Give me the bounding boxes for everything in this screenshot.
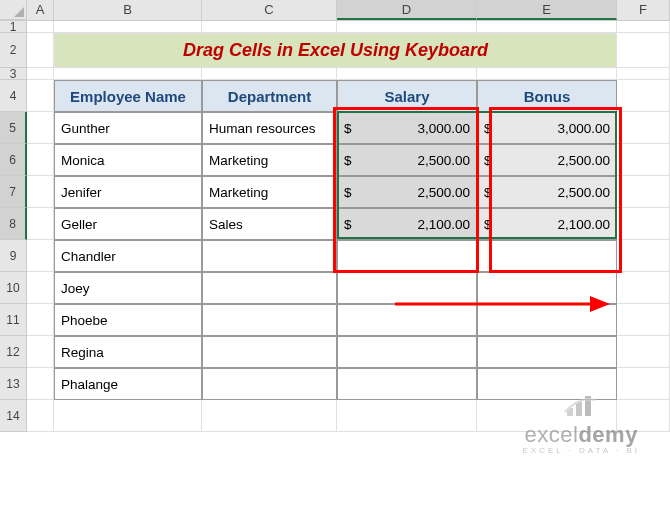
row-header-10[interactable]: 10 (0, 272, 27, 304)
cell-B1[interactable] (54, 21, 202, 33)
cell-F14[interactable] (617, 400, 670, 432)
cell-A12[interactable] (27, 336, 54, 368)
row-header-7[interactable]: 7 (0, 176, 27, 208)
cell-A14[interactable] (27, 400, 54, 432)
cell-name[interactable]: Phoebe (54, 304, 202, 336)
cell-name[interactable]: Gunther (54, 112, 202, 144)
cell-F7[interactable] (617, 176, 670, 208)
col-header-E[interactable]: E (477, 0, 617, 20)
cell-C1[interactable] (202, 21, 337, 33)
cell-F5[interactable] (617, 112, 670, 144)
select-all-corner[interactable] (0, 0, 27, 20)
cell-bonus[interactable]: $2,500.00 (477, 176, 617, 208)
cell-A3[interactable] (27, 68, 54, 80)
col-header-B[interactable]: B (54, 0, 202, 20)
cell-A10[interactable] (27, 272, 54, 304)
cell-A8[interactable] (27, 208, 54, 240)
cell-dept[interactable] (202, 368, 337, 400)
cell-C14[interactable] (202, 400, 337, 432)
cell-salary[interactable] (337, 240, 477, 272)
cell-F6[interactable] (617, 144, 670, 176)
cell-bonus[interactable]: $2,100.00 (477, 208, 617, 240)
cell-F11[interactable] (617, 304, 670, 336)
cell-F13[interactable] (617, 368, 670, 400)
cell-E14[interactable] (477, 400, 617, 432)
cell-dept[interactable] (202, 304, 337, 336)
cell-dept[interactable]: Marketing (202, 176, 337, 208)
col-header-A[interactable]: A (27, 0, 54, 20)
cell-D14[interactable] (337, 400, 477, 432)
cell-A11[interactable] (27, 304, 54, 336)
cell-name[interactable]: Monica (54, 144, 202, 176)
cell-A5[interactable] (27, 112, 54, 144)
cell-dept[interactable]: Sales (202, 208, 337, 240)
cell-bonus[interactable] (477, 368, 617, 400)
cell-salary[interactable]: $2,500.00 (337, 176, 477, 208)
row-header-13[interactable]: 13 (0, 368, 27, 400)
cell-F3[interactable] (617, 68, 670, 80)
cell-F9[interactable] (617, 240, 670, 272)
cell-C3[interactable] (202, 68, 337, 80)
cell-E1[interactable] (477, 21, 617, 33)
cell-F10[interactable] (617, 272, 670, 304)
cell-bonus[interactable] (477, 240, 617, 272)
title-cell[interactable]: Drag Cells in Excel Using Keyboard (54, 33, 617, 68)
col-header-C[interactable]: C (202, 0, 337, 20)
header-salary[interactable]: Salary (337, 80, 477, 112)
row-header-14[interactable]: 14 (0, 400, 27, 432)
cell-B3[interactable] (54, 68, 202, 80)
cell-dept[interactable] (202, 336, 337, 368)
row-header-11[interactable]: 11 (0, 304, 27, 336)
row-header-3[interactable]: 3 (0, 68, 27, 80)
cell-dept[interactable] (202, 240, 337, 272)
cell-F4[interactable] (617, 80, 670, 112)
col-header-F[interactable]: F (617, 0, 670, 20)
cell-bonus[interactable] (477, 336, 617, 368)
cell-bonus[interactable]: $2,500.00 (477, 144, 617, 176)
cell-A6[interactable] (27, 144, 54, 176)
cell-dept[interactable] (202, 272, 337, 304)
header-dept[interactable]: Department (202, 80, 337, 112)
row-header-2[interactable]: 2 (0, 33, 27, 68)
cell-F8[interactable] (617, 208, 670, 240)
cell-name[interactable]: Geller (54, 208, 202, 240)
row-header-5[interactable]: 5 (0, 112, 27, 144)
cell-salary[interactable] (337, 272, 477, 304)
row-header-6[interactable]: 6 (0, 144, 27, 176)
cell-bonus[interactable] (477, 304, 617, 336)
row-header-4[interactable]: 4 (0, 80, 27, 112)
cell-F2[interactable] (617, 33, 670, 68)
header-name[interactable]: Employee Name (54, 80, 202, 112)
cell-dept[interactable]: Human resources (202, 112, 337, 144)
cell-A13[interactable] (27, 368, 54, 400)
cell-name[interactable]: Phalange (54, 368, 202, 400)
cell-salary[interactable] (337, 304, 477, 336)
cell-name[interactable]: Joey (54, 272, 202, 304)
row-header-1[interactable]: 1 (0, 21, 27, 33)
cell-F1[interactable] (617, 21, 670, 33)
cell-D3[interactable] (337, 68, 477, 80)
cell-name[interactable]: Chandler (54, 240, 202, 272)
cell-name[interactable]: Jenifer (54, 176, 202, 208)
cell-A7[interactable] (27, 176, 54, 208)
cell-A4[interactable] (27, 80, 54, 112)
col-header-D[interactable]: D (337, 0, 477, 20)
row-header-12[interactable]: 12 (0, 336, 27, 368)
cell-bonus[interactable] (477, 272, 617, 304)
cell-salary[interactable]: $2,500.00 (337, 144, 477, 176)
header-bonus[interactable]: Bonus (477, 80, 617, 112)
cell-A2[interactable] (27, 33, 54, 68)
row-header-9[interactable]: 9 (0, 240, 27, 272)
cell-salary[interactable] (337, 336, 477, 368)
cell-dept[interactable]: Marketing (202, 144, 337, 176)
cell-D1[interactable] (337, 21, 477, 33)
cell-salary[interactable]: $2,100.00 (337, 208, 477, 240)
row-header-8[interactable]: 8 (0, 208, 27, 240)
cell-salary[interactable]: $3,000.00 (337, 112, 477, 144)
cell-name[interactable]: Regina (54, 336, 202, 368)
cell-A1[interactable] (27, 21, 54, 33)
cell-A9[interactable] (27, 240, 54, 272)
cell-F12[interactable] (617, 336, 670, 368)
cell-bonus[interactable]: $3,000.00 (477, 112, 617, 144)
cell-B14[interactable] (54, 400, 202, 432)
